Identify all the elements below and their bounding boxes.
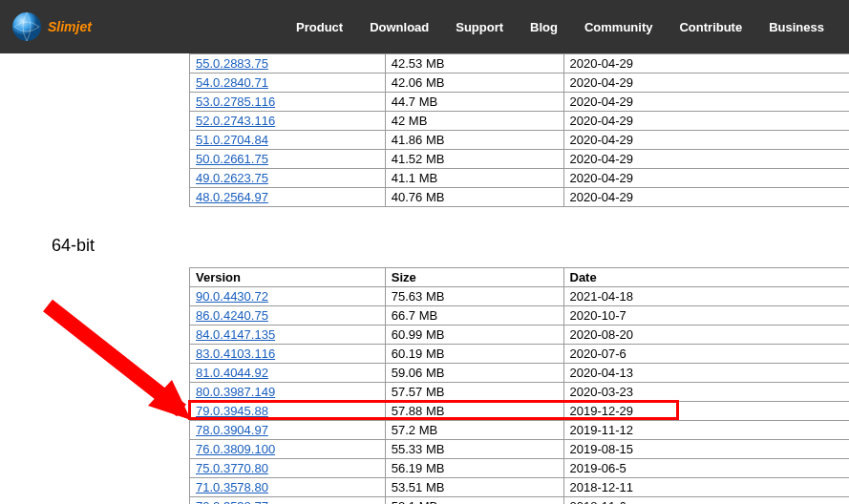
- cell-date: 2019-11-12: [563, 421, 849, 440]
- version-table-32bit: 55.0.2883.7542.53 MB2020-04-2954.0.2840.…: [189, 53, 849, 207]
- cell-size: 41.86 MB: [385, 131, 563, 150]
- nav-contribute[interactable]: Contribute: [679, 20, 742, 34]
- svg-marker-1: [148, 380, 191, 420]
- cell-size: 57.2 MB: [385, 421, 563, 440]
- version-link[interactable]: 81.0.4044.92: [196, 366, 268, 380]
- table-row: 75.0.3770.8056.19 MB2019-06-5: [190, 459, 850, 478]
- nav-community[interactable]: Community: [584, 20, 653, 34]
- version-link[interactable]: 83.0.4103.116: [196, 346, 275, 361]
- version-link[interactable]: 86.0.4240.75: [196, 308, 268, 323]
- table-row: 80.0.3987.14957.57 MB2020-03-23: [190, 383, 850, 402]
- cell-size: 57.57 MB: [385, 383, 563, 402]
- cell-size: 59.06 MB: [385, 364, 563, 383]
- cell-version: 50.0.2661.75: [190, 150, 386, 169]
- version-link[interactable]: 90.0.4430.72: [196, 289, 268, 304]
- cell-version: 90.0.4430.72: [190, 287, 386, 306]
- cell-size: 42 MB: [385, 112, 563, 131]
- cell-date: 2021-04-18: [563, 287, 849, 306]
- cell-date: 2018-11-6: [563, 497, 849, 505]
- table-row: 90.0.4430.7275.63 MB2021-04-18: [190, 287, 850, 306]
- version-link[interactable]: 76.0.3809.100: [196, 442, 275, 456]
- cell-date: 2020-07-6: [563, 345, 849, 364]
- cell-date: 2020-04-29: [563, 74, 849, 93]
- version-link[interactable]: 79.0.3945.88: [196, 404, 268, 418]
- version-link[interactable]: 52.0.2743.116: [196, 114, 275, 128]
- version-link[interactable]: 80.0.3987.149: [196, 385, 275, 399]
- table-header-row: Version Size Date: [190, 268, 850, 287]
- cell-size: 40.76 MB: [385, 188, 563, 207]
- cell-version: 75.0.3770.80: [190, 459, 386, 478]
- cell-size: 55.33 MB: [385, 440, 563, 459]
- table-row: 55.0.2883.7542.53 MB2020-04-29: [190, 54, 850, 74]
- cell-version: 76.0.3809.100: [190, 440, 386, 459]
- globe-icon: [10, 10, 44, 44]
- version-link[interactable]: 71.0.3578.80: [196, 480, 268, 494]
- table-row: 71.0.3578.8053.51 MB2018-12-11: [190, 478, 850, 497]
- cell-date: 2019-12-29: [563, 402, 849, 421]
- version-link[interactable]: 70.0.3538.77: [196, 499, 268, 504]
- nav-support[interactable]: Support: [456, 20, 503, 34]
- version-link[interactable]: 78.0.3904.97: [196, 423, 268, 437]
- annotation-arrow: [38, 296, 210, 439]
- header-version: Version: [190, 268, 386, 287]
- cell-size: 53.51 MB: [385, 478, 563, 497]
- cell-size: 75.63 MB: [385, 287, 563, 306]
- cell-size: 57.88 MB: [385, 402, 563, 421]
- cell-date: 2018-12-11: [563, 478, 849, 497]
- cell-version: 71.0.3578.80: [190, 478, 386, 497]
- cell-size: 60.99 MB: [385, 326, 563, 345]
- cell-date: 2020-04-29: [563, 169, 849, 188]
- cell-date: 2020-04-29: [563, 112, 849, 131]
- cell-size: 44.7 MB: [385, 93, 563, 112]
- cell-date: 2020-04-29: [563, 188, 849, 207]
- table-row: 81.0.4044.9259.06 MB2020-04-13: [190, 364, 850, 383]
- cell-size: 41.1 MB: [385, 169, 563, 188]
- version-link[interactable]: 75.0.3770.80: [196, 461, 268, 475]
- cell-version: 83.0.4103.116: [190, 345, 386, 364]
- cell-version: 70.0.3538.77: [190, 497, 386, 505]
- table-row: 84.0.4147.13560.99 MB2020-08-20: [190, 326, 850, 345]
- cell-version: 53.0.2785.116: [190, 93, 386, 112]
- table-row: 79.0.3945.8857.88 MB2019-12-29: [190, 402, 850, 421]
- cell-size: 66.7 MB: [385, 306, 563, 326]
- nav-blog[interactable]: Blog: [530, 20, 558, 34]
- cell-date: 2019-08-15: [563, 440, 849, 459]
- nav-download[interactable]: Download: [370, 20, 429, 34]
- version-link[interactable]: 51.0.2704.84: [196, 133, 268, 147]
- version-link[interactable]: 49.0.2623.75: [196, 171, 268, 185]
- cell-version: 79.0.3945.88: [190, 402, 386, 421]
- table-row: 54.0.2840.7142.06 MB2020-04-29: [190, 74, 850, 93]
- cell-date: 2020-10-7: [563, 306, 849, 326]
- cell-date: 2020-04-29: [563, 131, 849, 150]
- main-nav: Product Download Support Blog Community …: [296, 20, 839, 34]
- version-link[interactable]: 84.0.4147.135: [196, 327, 275, 342]
- header-date: Date: [563, 268, 849, 287]
- cell-version: 51.0.2704.84: [190, 131, 386, 150]
- version-link[interactable]: 53.0.2785.116: [196, 94, 275, 109]
- table-row: 48.0.2564.9740.76 MB2020-04-29: [190, 188, 850, 207]
- version-link[interactable]: 55.0.2883.75: [196, 56, 268, 71]
- table-row: 70.0.3538.7752.1 MB2018-11-6: [190, 497, 850, 505]
- version-link[interactable]: 48.0.2564.97: [196, 190, 268, 204]
- page-content: 55.0.2883.7542.53 MB2020-04-2954.0.2840.…: [0, 53, 849, 504]
- version-link[interactable]: 50.0.2661.75: [196, 152, 268, 166]
- table-row: 76.0.3809.10055.33 MB2019-08-15: [190, 440, 850, 459]
- svg-point-0: [12, 12, 41, 41]
- table-row: 83.0.4103.11660.19 MB2020-07-6: [190, 345, 850, 364]
- cell-version: 55.0.2883.75: [190, 54, 386, 74]
- cell-version: 84.0.4147.135: [190, 326, 386, 345]
- cell-version: 52.0.2743.116: [190, 112, 386, 131]
- cell-size: 42.06 MB: [385, 74, 563, 93]
- version-link[interactable]: 54.0.2840.71: [196, 75, 268, 90]
- site-logo[interactable]: Slimjet: [10, 10, 92, 44]
- table-row: 49.0.2623.7541.1 MB2020-04-29: [190, 169, 850, 188]
- header-size: Size: [385, 268, 563, 287]
- cell-size: 56.19 MB: [385, 459, 563, 478]
- nav-product[interactable]: Product: [296, 20, 343, 34]
- nav-business[interactable]: Business: [769, 20, 824, 34]
- site-header: Slimjet Product Download Support Blog Co…: [0, 0, 849, 53]
- cell-version: 80.0.3987.149: [190, 383, 386, 402]
- cell-date: 2020-08-20: [563, 326, 849, 345]
- cell-date: 2020-04-29: [563, 150, 849, 169]
- section-heading-64bit: 64-bit: [52, 236, 849, 256]
